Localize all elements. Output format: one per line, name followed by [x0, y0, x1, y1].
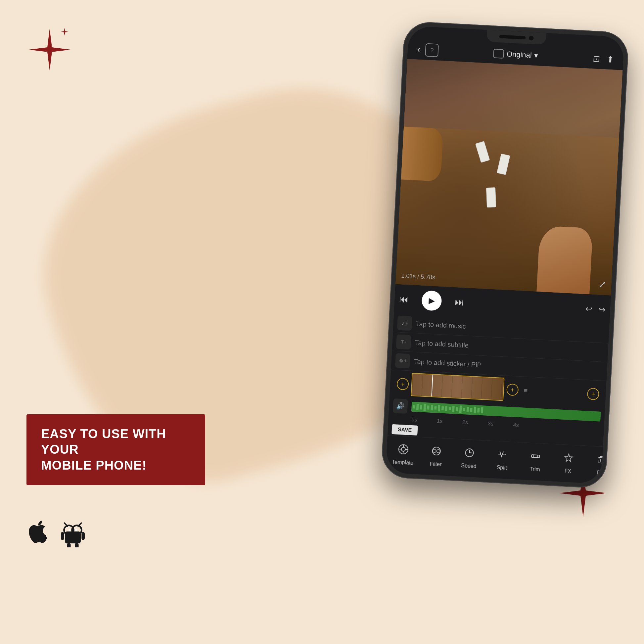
svg-point-38 — [433, 449, 436, 453]
svg-rect-29 — [477, 408, 480, 412]
fx-label: FX — [564, 468, 571, 474]
filter-label: Filter — [430, 461, 441, 468]
back-button[interactable]: ‹ — [417, 44, 420, 55]
original-label: Original — [506, 50, 532, 60]
trim-label: Trim — [529, 466, 540, 473]
split-label: Split — [496, 465, 507, 471]
video-track-add-end[interactable]: + — [587, 388, 599, 400]
svg-line-46 — [598, 458, 603, 458]
svg-point-39 — [437, 449, 440, 453]
apple-icon — [26, 520, 50, 548]
svg-rect-17 — [434, 406, 437, 409]
svg-rect-21 — [449, 407, 451, 410]
svg-rect-16 — [431, 405, 433, 410]
svg-rect-42 — [531, 455, 539, 458]
redo-button[interactable]: ↪ — [599, 305, 606, 314]
video-track-add-left[interactable]: + — [396, 378, 409, 390]
svg-rect-28 — [474, 407, 476, 413]
music-track-icon: ♪+ — [397, 315, 412, 331]
svg-rect-24 — [459, 405, 462, 413]
svg-rect-9 — [67, 543, 70, 547]
subtitle-track-icon: T+ — [396, 334, 411, 349]
play-button[interactable]: ▶ — [421, 290, 442, 311]
sparkle-top-left — [26, 26, 73, 74]
share-icon[interactable]: ⬆ — [607, 54, 615, 65]
speed-icon — [461, 444, 478, 462]
video-track-thumbnail — [411, 373, 504, 401]
svg-rect-14 — [424, 404, 426, 411]
video-track-extend: ≡ — [524, 387, 528, 394]
skip-back-button[interactable]: ⏮ — [399, 294, 409, 305]
template-icon — [395, 440, 412, 458]
svg-point-37 — [432, 447, 440, 455]
tool-speed[interactable]: Speed — [452, 444, 486, 470]
svg-rect-20 — [445, 406, 447, 411]
top-bar-right: ⊡ ⬆ — [593, 54, 615, 65]
svg-rect-15 — [427, 405, 430, 409]
svg-rect-45 — [599, 458, 603, 463]
svg-rect-26 — [467, 407, 469, 412]
filter-icon — [428, 442, 445, 460]
fx-icon — [560, 449, 577, 467]
speed-label: Speed — [461, 463, 477, 469]
domino-3 — [486, 187, 496, 207]
hand-left — [401, 126, 443, 181]
phone-inner: ‹ ? Original ▾ ⊡ ⬆ — [386, 26, 624, 484]
svg-line-41 — [498, 454, 506, 455]
platform-icons — [26, 520, 86, 548]
save-icon[interactable]: ⊡ — [593, 54, 601, 64]
banner-text: EASY TO USE WITH YOUR MOBILE PHONE! — [41, 426, 191, 474]
svg-rect-25 — [463, 408, 465, 411]
undo-redo-group: ↩ ↪ — [585, 304, 606, 314]
skip-forward-button[interactable]: ⏭ — [454, 297, 464, 308]
video-image — [395, 59, 623, 296]
svg-point-6 — [75, 529, 77, 531]
red-banner: EASY TO USE WITH YOUR MOBILE PHONE! — [26, 414, 205, 485]
phone-wrapper: ‹ ? Original ▾ ⊡ ⬆ — [381, 21, 629, 489]
svg-rect-19 — [441, 406, 444, 410]
svg-point-32 — [401, 447, 406, 451]
split-icon — [494, 446, 511, 463]
svg-rect-13 — [420, 405, 422, 409]
video-track-add-right[interactable]: + — [506, 384, 519, 396]
svg-rect-23 — [456, 407, 458, 411]
tool-split[interactable]: Split — [485, 445, 520, 472]
save-button[interactable]: SAVE — [391, 424, 418, 436]
video-preview: ⤢ 1.01s / 5.78s — [395, 59, 623, 296]
svg-rect-7 — [61, 532, 64, 540]
svg-rect-10 — [75, 543, 78, 547]
volume-icon[interactable]: 🔊 — [393, 398, 408, 414]
svg-rect-11 — [413, 405, 415, 408]
fullscreen-button[interactable]: ⤢ — [598, 279, 607, 290]
original-ratio-box — [493, 49, 504, 59]
tool-trim[interactable]: Trim — [518, 447, 553, 473]
top-bar-center: Original ▾ — [493, 49, 538, 60]
delete-icon — [593, 451, 603, 469]
svg-rect-22 — [452, 406, 454, 412]
svg-rect-8 — [81, 532, 85, 540]
tool-template[interactable]: Template — [386, 440, 420, 466]
tool-filter[interactable]: Filter — [419, 442, 453, 468]
timeline-area: ♪+ Tap to add music T+ Tap to add subtit… — [388, 313, 609, 434]
sticker-track-icon: ☺+ — [395, 353, 410, 368]
svg-rect-12 — [416, 404, 419, 410]
trim-icon — [527, 447, 544, 465]
tool-delete[interactable]: Del — [584, 451, 603, 477]
top-bar-left: ‹ ? — [417, 43, 439, 57]
undo-button[interactable]: ↩ — [585, 304, 592, 314]
notch-speaker — [499, 35, 526, 39]
android-icon — [60, 521, 86, 547]
tool-fx[interactable]: FX — [551, 449, 586, 475]
template-label: Template — [392, 459, 414, 466]
help-button[interactable]: ? — [425, 43, 439, 57]
hand-bottom — [536, 225, 593, 294]
svg-rect-18 — [438, 405, 440, 411]
svg-rect-30 — [481, 407, 483, 413]
svg-rect-27 — [470, 408, 473, 412]
svg-point-5 — [69, 529, 70, 531]
phone-screen: ‹ ? Original ▾ ⊡ ⬆ — [386, 26, 624, 484]
phone-outer: ‹ ? Original ▾ ⊡ ⬆ — [381, 21, 629, 489]
dropdown-arrow-icon: ▾ — [534, 51, 538, 60]
notch-camera — [529, 36, 534, 41]
delete-label: Del — [597, 470, 603, 476]
